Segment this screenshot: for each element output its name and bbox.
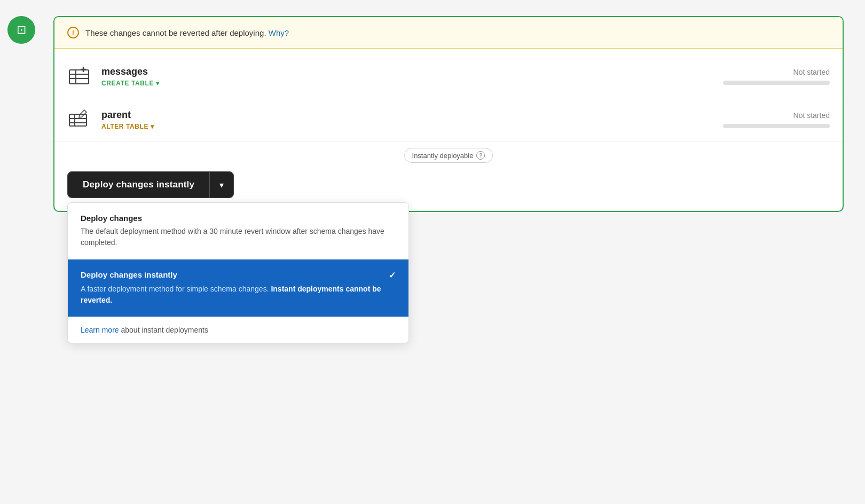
dropdown-option-instantly[interactable]: Deploy changes instantly ✓ A faster depl… [68,259,408,317]
create-table-icon [67,65,91,88]
dropdown-option-instantly-label: Deploy changes instantly [81,270,177,279]
help-icon-text: ? [479,153,482,159]
dropdown-option-default-title: Deploy changes [81,214,396,223]
caret-icon: ▾ [219,180,224,190]
learn-more-suffix: about instant deployments [119,326,208,334]
instantly-desc-prefix: A faster deployment method for simple sc… [81,285,271,293]
dropdown-option-instantly-title: Deploy changes instantly ✓ [81,270,396,280]
dropdown-option-default-label: Deploy changes [81,214,142,223]
dropdown-option-default-desc: The default deployment method with a 30 … [81,226,396,248]
schema-action-label-messages: CREATE TABLE [101,80,154,87]
deploy-btn-group: Deploy changes instantly ▾ [67,171,234,198]
warning-banner: ! These changes cannot be reverted after… [54,17,843,49]
instantly-badge-label: Instantly deployable [412,152,474,160]
schema-action-label-parent: ALTER TABLE [101,123,148,130]
warning-icon-text: ! [72,29,74,37]
learn-more-link[interactable]: Learn more [81,326,119,334]
schema-status-messages: Not started [723,68,830,85]
schema-info-messages: messages CREATE TABLE ▾ [101,66,712,87]
table-row: parent ALTER TABLE ▾ Not started [54,98,843,141]
dropdown-option-default[interactable]: Deploy changes The default deployment me… [68,203,408,259]
main-content: ! These changes cannot be reverted after… [43,0,865,504]
warning-message: These changes cannot be reverted after d… [85,28,266,37]
schema-action-parent[interactable]: ALTER TABLE ▾ [101,123,712,130]
schema-action-messages[interactable]: CREATE TABLE ▾ [101,80,712,87]
table-row: messages CREATE TABLE ▾ Not started [54,55,843,98]
progress-bar-parent [723,124,830,128]
dropdown-learn-section: Learn more about instant deployments [68,317,408,343]
selected-checkmark: ✓ [389,270,396,280]
help-icon[interactable]: ? [476,151,485,160]
schema-action-caret-parent: ▾ [151,123,154,130]
logo-circle[interactable]: ⊡ [7,16,35,44]
svg-rect-6 [69,114,86,126]
sidebar: ⊡ [0,0,43,504]
status-label-parent: Not started [723,111,830,120]
schema-list: messages CREATE TABLE ▾ Not started [54,49,843,141]
deploy-panel: ! These changes cannot be reverted after… [53,16,844,212]
schema-name-messages: messages [101,66,712,77]
page-wrapper: ⊡ ! These changes cannot be reverted aft… [0,0,865,504]
warning-text: These changes cannot be reverted after d… [85,28,289,37]
schema-action-caret-messages: ▾ [156,80,160,87]
dropdown-option-instantly-desc: A faster deployment method for simple sc… [81,284,396,306]
progress-bar-messages [723,81,830,85]
warning-icon: ! [67,27,79,38]
deploy-caret-button[interactable]: ▾ [209,172,233,198]
alter-table-icon [67,108,91,131]
status-label-messages: Not started [723,68,830,76]
deploy-dropdown-menu: Deploy changes The default deployment me… [67,202,409,343]
deploy-main-button[interactable]: Deploy changes instantly [68,172,209,198]
logo-icon: ⊡ [17,24,26,36]
instantly-badge: Instantly deployable ? [404,148,493,163]
schema-status-parent: Not started [723,111,830,128]
divider-section: Instantly deployable ? [54,141,843,171]
schema-info-parent: parent ALTER TABLE ▾ [101,109,712,130]
schema-name-parent: parent [101,109,712,121]
svg-rect-0 [69,70,89,84]
warning-link[interactable]: Why? [269,28,289,37]
